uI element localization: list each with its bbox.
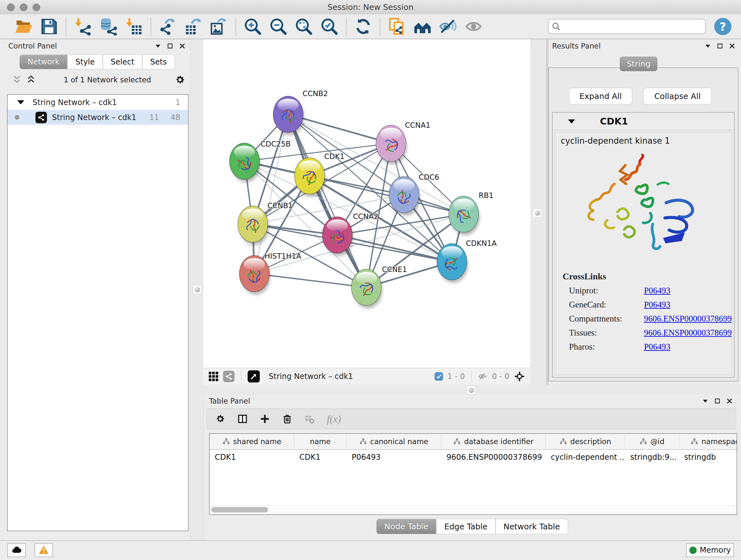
open-session-icon[interactable] (15, 17, 32, 36)
tab-sets[interactable]: Sets (142, 55, 175, 69)
network-share-mode-icon[interactable] (223, 371, 234, 382)
gene-expander-icon[interactable] (568, 119, 575, 124)
column-header-database-identifier[interactable]: database identifier (441, 434, 546, 449)
network-node-HIST1H1A[interactable]: HIST1H1A (239, 252, 301, 295)
table-cell[interactable]: cyclin-dependent ... (546, 453, 625, 462)
table-settings-gear-icon[interactable] (215, 414, 225, 424)
collapse-all-icon[interactable] (12, 75, 22, 84)
genecard-link[interactable]: P06493 (644, 300, 670, 310)
search-input[interactable] (563, 22, 702, 31)
zoom-selected-icon[interactable] (320, 17, 338, 36)
table-cell[interactable]: stringdb (679, 453, 737, 462)
column-header-canonical-name[interactable]: canonical name (347, 434, 441, 449)
tab-string[interactable]: String (620, 57, 657, 71)
save-session-icon[interactable] (40, 17, 58, 36)
right-splitter-handle[interactable] (533, 208, 542, 217)
tab-node-table[interactable]: Node Table (376, 519, 436, 534)
network-row-selected[interactable]: String Network – cdk1 11 48 (8, 110, 188, 125)
table-cell[interactable]: stringdb:9... (625, 453, 679, 462)
network-node-CDC6[interactable]: CDC6 (389, 173, 439, 216)
fit-content-crosshair-icon[interactable] (514, 371, 525, 382)
tab-edge-table[interactable]: Edge Table (436, 519, 495, 534)
houses-icon[interactable] (414, 17, 431, 36)
network-node-CDKN1A[interactable]: CDKN1A (437, 239, 497, 283)
collection-expander-icon[interactable] (17, 100, 24, 105)
scrollbar-thumb[interactable] (211, 507, 268, 512)
right-splitter[interactable] (530, 39, 548, 385)
network-node-CCNA2[interactable]: CCNA2 (322, 212, 379, 256)
table-cell[interactable]: CDK1 (210, 453, 294, 462)
column-header-name[interactable]: name (294, 434, 347, 449)
column-header-shared-name[interactable]: shared name (210, 434, 294, 449)
zoom-out-icon[interactable] (269, 17, 287, 36)
import-network-file-icon[interactable] (74, 17, 92, 36)
table-cell[interactable]: P06493 (347, 453, 441, 462)
horizontal-splitter-handle[interactable] (467, 386, 475, 395)
network-node-CDC25B[interactable]: CDC25B (229, 140, 291, 182)
grid-mode-icon[interactable] (208, 371, 219, 381)
tab-network-table[interactable]: Network Table (495, 519, 568, 534)
panel-close-icon[interactable] (729, 43, 735, 49)
panel-close-icon[interactable] (179, 43, 185, 49)
uniprot-link[interactable]: P06493 (644, 286, 670, 296)
delete-column-trash-icon[interactable] (282, 414, 292, 424)
network-edge[interactable] (254, 114, 288, 273)
network-node-CCNB1[interactable]: CCNB1 (238, 201, 293, 245)
copy-network-icon[interactable] (388, 17, 406, 36)
import-table-icon[interactable] (125, 17, 143, 36)
tab-network[interactable]: Network (19, 55, 67, 69)
gene-header-row[interactable]: CDK1 (553, 113, 734, 130)
column-header-namespace[interactable]: namespace (679, 434, 737, 449)
collection-count: 1 (176, 98, 180, 107)
warnings-button[interactable] (35, 543, 53, 557)
compartments-link[interactable]: 9606.ENSP00000378699 (644, 314, 732, 324)
export-table-icon[interactable] (185, 17, 202, 36)
refresh-icon[interactable] (354, 17, 372, 36)
column-header--id[interactable]: @id (625, 434, 679, 449)
export-network-icon[interactable] (159, 17, 177, 36)
table-cell[interactable]: CDK1 (294, 453, 347, 462)
help-button[interactable]: ? (714, 18, 731, 35)
table-row[interactable]: CDK1CDK1P064939606.ENSP00000378699cyclin… (210, 450, 737, 464)
cloud-button[interactable] (7, 543, 26, 557)
tab-select[interactable]: Select (103, 55, 142, 69)
left-splitter-handle[interactable] (193, 285, 202, 294)
tissues-link[interactable]: 9606.ENSP00000378699 (644, 328, 732, 338)
network-canvas[interactable]: CCNB2CCNA1CDC25BCDK1CDC6RB1CCNB1CCNA2CDK… (203, 39, 530, 368)
panel-float-icon[interactable] (714, 398, 721, 404)
table-cell[interactable]: 9606.ENSP00000378699 (441, 453, 546, 462)
column-header-description[interactable]: description (546, 434, 625, 449)
import-network-database-icon[interactable] (99, 17, 118, 36)
panel-menu-icon[interactable] (704, 43, 711, 49)
network-collection-row[interactable]: String Network – cdk1 1 (8, 95, 188, 110)
expand-all-icon[interactable] (26, 75, 36, 84)
memory-button[interactable]: Memory (686, 543, 734, 557)
network-node-CCNE1[interactable]: CCNE1 (351, 265, 407, 308)
panel-float-icon[interactable] (167, 43, 173, 49)
network-edge[interactable] (288, 114, 366, 287)
detach-view-icon[interactable] (248, 370, 260, 382)
collapse-all-button[interactable]: Collapse All (643, 88, 712, 105)
zoom-fit-icon[interactable] (295, 17, 313, 36)
network-options-gear-icon[interactable] (175, 74, 185, 85)
zoom-in-icon[interactable] (244, 17, 262, 36)
network-edge[interactable] (254, 273, 366, 287)
panel-close-icon[interactable] (726, 398, 733, 404)
network-node-RB1[interactable]: RB1 (449, 191, 493, 235)
add-column-icon[interactable] (260, 414, 270, 424)
tab-style[interactable]: Style (67, 55, 103, 69)
network-node-CCNB2[interactable]: CCNB2 (273, 89, 328, 135)
selected-checkbox-icon[interactable] (434, 372, 443, 381)
expand-all-button[interactable]: Expand All (569, 88, 632, 105)
pharos-link[interactable]: P06493 (644, 342, 670, 352)
export-image-icon[interactable] (210, 17, 228, 36)
panel-menu-icon[interactable] (702, 398, 709, 404)
table-horizontal-scrollbar[interactable] (210, 505, 737, 514)
hide-selected-eye-icon[interactable] (439, 17, 457, 36)
left-splitter[interactable] (191, 39, 204, 540)
panel-float-icon[interactable] (717, 43, 723, 49)
panel-menu-icon[interactable] (155, 43, 161, 49)
show-columns-icon[interactable] (238, 414, 248, 424)
cloud-icon (11, 545, 22, 556)
network-node-CCNA1[interactable]: CCNA1 (376, 121, 430, 165)
